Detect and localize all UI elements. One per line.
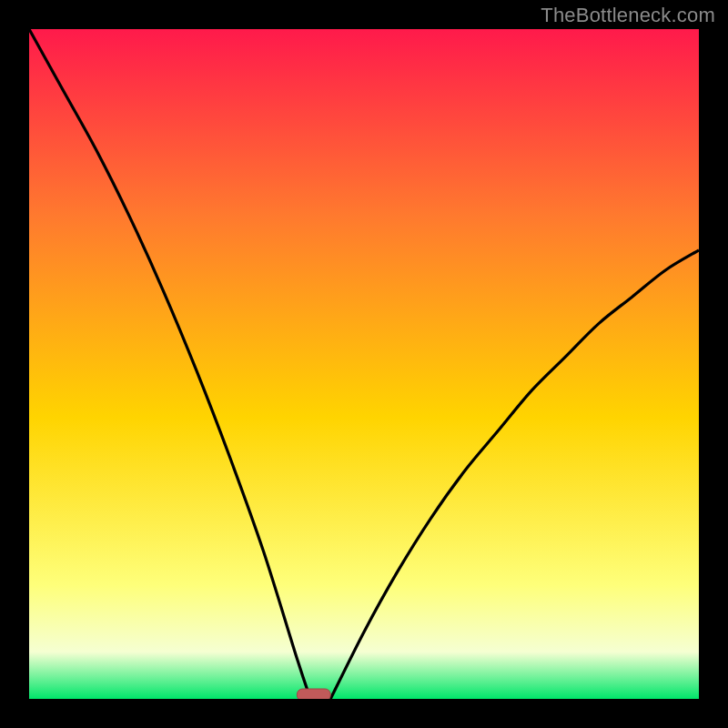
chart-frame: TheBottleneck.com: [0, 0, 728, 728]
chart-svg: [29, 29, 699, 699]
bottleneck-marker: [297, 689, 330, 699]
gradient-background: [29, 29, 699, 699]
plot-area: [29, 29, 699, 699]
watermark-text: TheBottleneck.com: [541, 4, 715, 27]
